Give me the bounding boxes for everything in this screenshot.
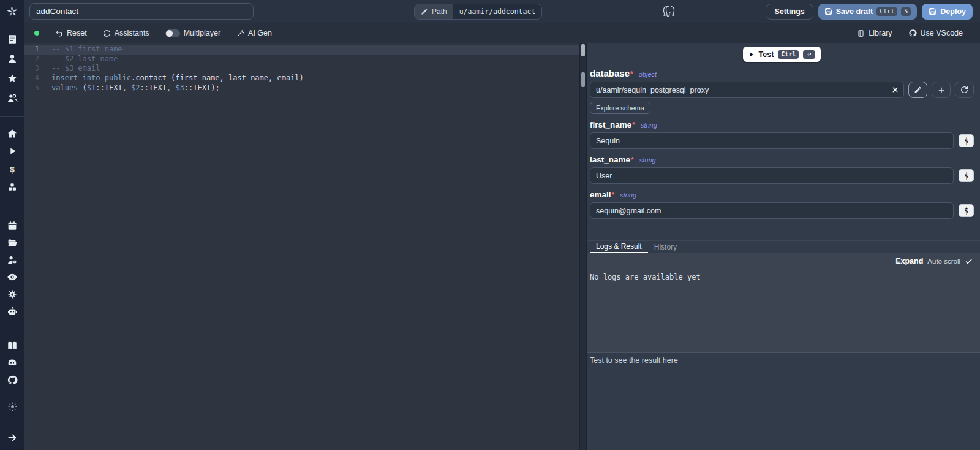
line-content: -- $2 last_name (39, 55, 118, 64)
rotate-cw-icon (960, 86, 968, 94)
bot-icon (7, 306, 18, 317)
library-button[interactable]: Library (857, 29, 892, 37)
ai-gen-label: AI Gen (248, 29, 272, 37)
code-line[interactable]: 3-- $3 email (24, 64, 579, 74)
database-input[interactable] (590, 82, 904, 98)
field-type: string (620, 191, 636, 199)
edit-resource-button[interactable] (908, 82, 927, 98)
home-icon (7, 128, 18, 139)
use-vscode-button[interactable]: Use VScode (908, 29, 963, 37)
code-line[interactable]: 4insert into public.contact (first_name,… (24, 74, 579, 83)
sidebar-divider (0, 116, 24, 117)
sidebar-item-workers[interactable] (0, 251, 24, 269)
arg-input-row: $ (590, 167, 974, 184)
sidebar-item-ai[interactable] (0, 303, 24, 320)
kbd-ctrl: Ctrl (876, 7, 897, 16)
test-button[interactable]: Test Ctrl (743, 47, 821, 62)
sun-icon (7, 402, 18, 412)
required-asterisk: * (612, 191, 615, 199)
save-draft-button[interactable]: Save draft Ctrl S (818, 4, 918, 20)
field-name: database* (590, 68, 633, 78)
variable-picker-button[interactable]: $ (959, 134, 974, 147)
expand-button[interactable]: Expand (895, 257, 923, 265)
sidebar-item-docs[interactable] (0, 337, 24, 354)
refresh-icon (103, 29, 111, 37)
settings-label: Settings (774, 7, 804, 16)
sidebar-item-workspace[interactable] (0, 29, 24, 49)
line-content: values ($1::TEXT, $2::TEXT, $3::TEXT); (39, 83, 220, 93)
arrow-right-icon (7, 432, 18, 443)
panel-splitter[interactable] (579, 43, 587, 450)
path-value: u/aamir/addcontact (453, 4, 542, 19)
clear-icon[interactable] (891, 86, 899, 94)
undo-icon (55, 29, 63, 37)
code-editor[interactable]: 1-- $1 first_name2-- $2 last_name3-- $3 … (24, 43, 579, 450)
code-line[interactable]: 2-- $2 last_name (24, 55, 579, 64)
kbd-s: S (901, 7, 911, 16)
sidebar-item-discord[interactable] (0, 354, 24, 372)
field-name: first_name* (590, 120, 635, 129)
refresh-resource-button[interactable] (955, 82, 974, 98)
sidebar-item-groups[interactable] (0, 88, 24, 108)
boxes-icon (7, 181, 18, 193)
last-name-input[interactable] (590, 167, 954, 184)
path-edit-button[interactable]: Path (415, 4, 453, 19)
splitter-handle[interactable] (581, 72, 585, 87)
svg-text:$: $ (10, 164, 15, 174)
logs-controls: Expand Auto scroll (590, 256, 973, 267)
required-asterisk: * (630, 70, 633, 78)
sidebar-item-folders[interactable] (0, 234, 24, 251)
windmill-logo-icon[interactable] (0, 0, 24, 23)
add-resource-button[interactable] (932, 82, 951, 98)
sidebar-item-runs[interactable] (0, 142, 24, 160)
user-icon (7, 53, 18, 64)
autoscroll-toggle[interactable]: Auto scroll (927, 257, 960, 265)
vscode-icon (908, 29, 917, 37)
library-label: Library (869, 29, 892, 37)
topbar: Path u/aamir/addcontact Settings (24, 0, 980, 23)
deploy-button[interactable]: Deploy (922, 4, 973, 20)
first-name-input[interactable] (590, 132, 954, 149)
kbd-ctrl: Ctrl (778, 50, 799, 59)
arg-input-row: $ (590, 132, 974, 149)
sidebar-item-resources[interactable] (0, 178, 24, 196)
run-form: Test Ctrl database* object (587, 43, 980, 240)
reset-button[interactable]: Reset (55, 29, 87, 37)
deploy-label: Deploy (940, 7, 966, 16)
sidebar-item-home[interactable] (0, 124, 24, 142)
multiplayer-toggle[interactable] (165, 29, 180, 37)
tab-history[interactable]: History (648, 241, 683, 253)
main-column: Path u/aamir/addcontact Settings (24, 0, 980, 450)
field-type: object (639, 71, 657, 78)
field-name: last_name* (590, 155, 634, 164)
settings-button[interactable]: Settings (766, 4, 813, 20)
sidebar-item-audit-logs[interactable] (0, 269, 24, 286)
variable-picker-button[interactable]: $ (959, 204, 974, 217)
ai-gen-button[interactable]: AI Gen (236, 29, 272, 37)
test-row: Test Ctrl (590, 43, 974, 66)
book-icon (7, 340, 18, 351)
sidebar-item-github[interactable] (0, 372, 24, 389)
explore-schema-button[interactable]: Explore schema (590, 102, 650, 114)
script-name-input[interactable] (29, 3, 254, 20)
code-line[interactable]: 1-- $1 first_name (24, 45, 579, 55)
user-group-icon (7, 93, 18, 104)
sidebar-item-settings[interactable] (0, 286, 24, 303)
database-input-wrap (590, 82, 904, 98)
save-draft-label: Save draft (836, 7, 873, 16)
variable-picker-button[interactable]: $ (959, 169, 974, 182)
path-widget[interactable]: Path u/aamir/addcontact (414, 4, 542, 20)
email-input[interactable] (590, 202, 954, 219)
logs-empty-message: No logs are available yet (590, 273, 973, 281)
assistants-button[interactable]: Assistants (103, 29, 149, 37)
editor-scrollbar-thumb[interactable] (581, 44, 585, 56)
sidebar-collapse-button[interactable] (0, 425, 24, 450)
tab-logs-result[interactable]: Logs & Result (590, 241, 648, 253)
sidebar-item-variables[interactable]: $ (0, 160, 24, 178)
theme-toggle[interactable] (0, 398, 24, 415)
sidebar-item-favorites[interactable] (0, 69, 24, 88)
app-root: $ (0, 0, 980, 450)
code-line[interactable]: 5values ($1::TEXT, $2::TEXT, $3::TEXT); (24, 83, 579, 93)
sidebar-item-schedules[interactable] (0, 217, 24, 234)
sidebar-item-user[interactable] (0, 49, 24, 69)
